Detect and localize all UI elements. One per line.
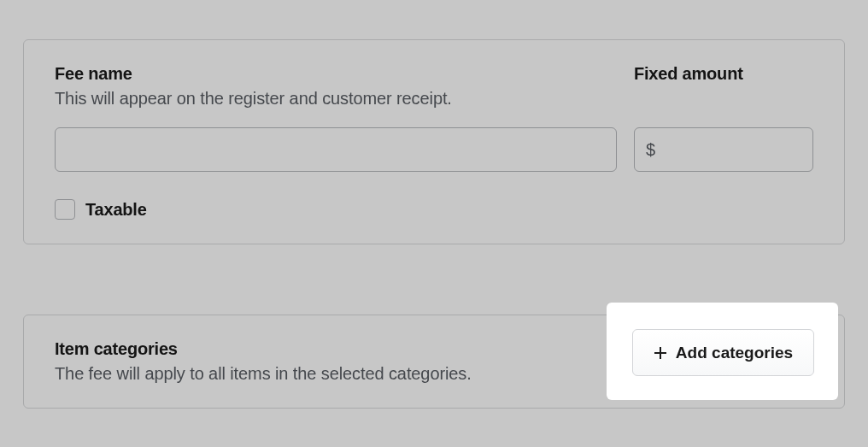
add-categories-button-label: Add categories xyxy=(676,344,793,362)
fee-name-label: Fee name xyxy=(55,64,617,84)
fee-name-helper: This will appear on the register and cus… xyxy=(55,89,617,109)
fee-name-input[interactable] xyxy=(55,127,617,172)
item-categories-helper: The fee will apply to all items in the s… xyxy=(55,364,634,384)
fee-card: Fee name This will appear on the registe… xyxy=(23,39,845,244)
fixed-amount-input[interactable] xyxy=(634,127,813,172)
add-categories-button[interactable]: Add categories xyxy=(632,329,814,376)
taxable-checkbox[interactable] xyxy=(55,199,75,220)
plus-icon xyxy=(654,346,667,360)
taxable-label: Taxable xyxy=(85,200,147,220)
fixed-amount-label: Fixed amount xyxy=(634,64,813,84)
item-categories-title: Item categories xyxy=(55,339,634,359)
